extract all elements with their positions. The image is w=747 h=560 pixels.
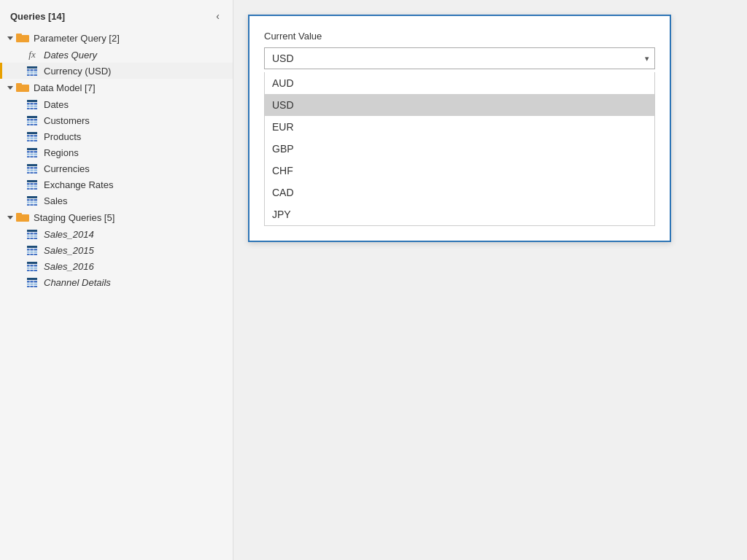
table-icon — [26, 163, 38, 174]
tree-item-label-sales: Sales — [44, 195, 68, 206]
svg-rect-13 — [27, 108, 37, 109]
svg-rect-63 — [27, 254, 37, 255]
folder-icon — [16, 82, 29, 93]
table-icon — [26, 98, 38, 110]
dialog-label: Current Value — [264, 31, 655, 42]
table-icon — [26, 65, 38, 77]
svg-rect-42 — [27, 186, 37, 188]
triangle-icon — [7, 216, 13, 219]
table-icon — [26, 179, 38, 190]
table-icon — [26, 244, 38, 256]
sidebar: Queries [14] ‹ Parameter Query [2]fxDate… — [0, 0, 233, 560]
dropdown-list: AUDUSDEURGBPCHFCADJPY — [264, 72, 655, 226]
triangle-icon — [7, 86, 13, 90]
svg-rect-37 — [27, 172, 37, 174]
tree-item-label-dates: Dates — [44, 99, 69, 110]
svg-rect-23 — [27, 135, 37, 137]
svg-rect-53 — [16, 213, 22, 216]
svg-rect-30 — [27, 154, 37, 156]
svg-rect-46 — [27, 196, 37, 198]
tree-item-label-sales-2015: Sales_2015 — [44, 245, 94, 256]
tree-item-label-currency-usd: Currency (USD) — [44, 66, 111, 77]
tree-item-sales-2016[interactable]: Sales_2016 — [0, 258, 233, 274]
svg-rect-28 — [27, 148, 37, 150]
group-header-parameter-query[interactable]: Parameter Query [2] — [0, 29, 233, 47]
svg-rect-35 — [27, 167, 37, 169]
svg-rect-18 — [27, 122, 37, 124]
group-label-data-model: Data Model [7] — [34, 82, 96, 93]
tree-item-regions[interactable]: Regions — [0, 144, 233, 160]
sidebar-collapse-button[interactable]: ‹ — [213, 9, 222, 23]
svg-rect-29 — [27, 151, 37, 153]
svg-rect-11 — [27, 103, 37, 105]
tree-item-label-sales-2016: Sales_2016 — [44, 261, 94, 272]
group-header-staging-queries[interactable]: Staging Queries [5] — [0, 209, 233, 226]
svg-rect-9 — [16, 83, 22, 86]
folder-icon — [16, 32, 29, 44]
tree-item-dates-query[interactable]: fxDates Query — [0, 47, 233, 63]
svg-rect-31 — [27, 156, 37, 158]
tree-item-products[interactable]: Products — [0, 128, 233, 144]
main-content: Current Value AUDUSDEURGBPCHFCADJPY ▾ AU… — [233, 0, 747, 560]
svg-rect-5 — [27, 74, 37, 76]
tree-item-exchange-rates[interactable]: Exchange Rates — [0, 176, 233, 192]
svg-rect-47 — [27, 199, 37, 201]
table-icon — [26, 228, 38, 240]
tree-section: Parameter Query [2]fxDates QueryCurrency… — [0, 29, 233, 290]
dropdown-option-cad[interactable]: CAD — [265, 182, 654, 203]
tree-item-dates[interactable]: Dates — [0, 96, 233, 112]
svg-rect-62 — [27, 252, 37, 254]
svg-rect-3 — [27, 69, 37, 71]
group-header-data-model[interactable]: Data Model [7] — [0, 79, 233, 96]
dropdown-option-gbp[interactable]: GBP — [265, 138, 654, 160]
dropdown-option-eur[interactable]: EUR — [265, 116, 654, 138]
sidebar-title: Queries [14] — [10, 11, 65, 22]
svg-rect-48 — [27, 202, 37, 204]
tree-item-channel-details[interactable]: Channel Details — [0, 274, 233, 290]
dropdown-option-jpy[interactable]: JPY — [265, 203, 654, 225]
svg-rect-24 — [27, 138, 37, 140]
tree-item-customers[interactable]: Customers — [0, 112, 233, 128]
group-label-staging-queries: Staging Queries [5] — [34, 212, 115, 223]
svg-rect-40 — [27, 180, 37, 182]
svg-rect-19 — [27, 124, 37, 125]
table-icon — [26, 131, 38, 142]
current-value-select[interactable]: AUDUSDEURGBPCHFCADJPY — [264, 47, 655, 69]
tree-item-currency-usd[interactable]: Currency (USD) — [0, 63, 233, 79]
svg-rect-56 — [27, 236, 37, 238]
svg-rect-36 — [27, 170, 37, 172]
svg-rect-4 — [27, 72, 37, 74]
svg-rect-43 — [27, 188, 37, 190]
svg-rect-69 — [27, 270, 37, 271]
dropdown-container: AUDUSDEURGBPCHFCADJPY ▾ — [264, 47, 655, 69]
tree-item-currencies[interactable]: Currencies — [0, 160, 233, 176]
tree-item-sales-2014[interactable]: Sales_2014 — [0, 226, 233, 242]
svg-rect-55 — [27, 233, 37, 235]
tree-item-sales-2015[interactable]: Sales_2015 — [0, 242, 233, 258]
svg-rect-67 — [27, 265, 37, 267]
svg-rect-34 — [27, 164, 37, 166]
tree-item-label-products: Products — [44, 131, 81, 142]
dropdown-option-aud[interactable]: AUD — [265, 72, 654, 94]
tree-item-label-sales-2014: Sales_2014 — [44, 229, 94, 240]
svg-rect-41 — [27, 183, 37, 185]
tree-item-sales[interactable]: Sales — [0, 192, 233, 209]
svg-rect-49 — [27, 204, 37, 206]
svg-rect-17 — [27, 119, 37, 121]
svg-rect-16 — [27, 116, 37, 118]
svg-rect-61 — [27, 249, 37, 251]
svg-rect-72 — [27, 278, 37, 280]
tree-item-label-exchange-rates: Exchange Rates — [44, 179, 113, 190]
tree-item-label-dates-query: Dates Query — [44, 50, 97, 61]
group-label-parameter-query: Parameter Query [2] — [34, 33, 120, 44]
svg-rect-60 — [27, 246, 37, 248]
table-icon — [26, 147, 38, 158]
dropdown-option-usd[interactable]: USD — [265, 94, 654, 116]
tree-item-label-currencies: Currencies — [44, 163, 90, 174]
svg-rect-74 — [27, 284, 37, 286]
fx-icon: fx — [26, 49, 38, 61]
dropdown-option-chf[interactable]: CHF — [265, 160, 654, 182]
svg-rect-1 — [16, 34, 22, 36]
table-icon — [26, 114, 38, 126]
tree-item-label-customers: Customers — [44, 115, 90, 126]
